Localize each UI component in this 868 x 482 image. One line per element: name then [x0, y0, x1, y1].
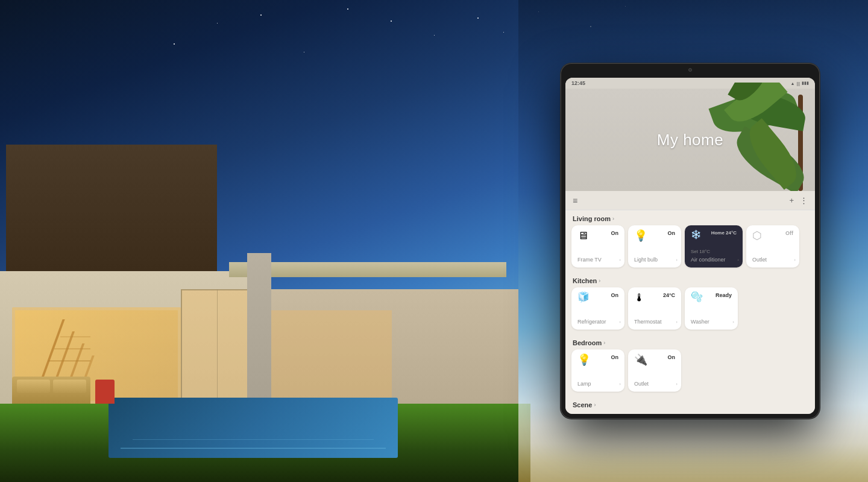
app-content[interactable]: Living room › 🖥 On Frame TV	[565, 210, 815, 414]
lightbulb-icon: 💡	[634, 230, 647, 241]
menu-icon[interactable]: ≡	[573, 196, 577, 205]
washer-name: Washer	[691, 319, 732, 325]
lightbulb-chevron-icon: ›	[676, 257, 678, 263]
room-chevron-living: ›	[612, 216, 614, 222]
fridge-name: Refrigerator	[577, 319, 618, 325]
app-title: My home	[657, 131, 723, 149]
device-card-outlet-bedroom[interactable]: 🔌 On Outlet ›	[628, 349, 681, 392]
tablet-frame: 12:45 ▲ ||| ▮▮▮ My	[561, 63, 820, 419]
thermostat-name: Thermostat	[634, 319, 675, 325]
bedroom-outlet-status: On	[668, 354, 676, 360]
more-button[interactable]: ⋮	[800, 196, 808, 205]
device-card-top: 🌡 24°C	[634, 292, 675, 303]
app-header: My home	[565, 89, 815, 191]
ac-status: Home 24°C	[711, 230, 737, 236]
ac-chevron-icon: ›	[737, 257, 739, 263]
bedroom-outlet-name: Outlet	[634, 381, 675, 387]
tablet-screen: 12:45 ▲ ||| ▮▮▮ My	[565, 78, 815, 414]
room-header-living[interactable]: Living room ›	[571, 210, 809, 225]
device-card-top: 🖥 On	[577, 230, 618, 241]
scene-label: Scene	[573, 401, 592, 408]
room-chevron-kitchen: ›	[599, 278, 600, 284]
tablet-container: 12:45 ▲ ||| ▮▮▮ My	[561, 63, 820, 419]
status-time: 12:45	[571, 80, 585, 86]
fridge-chevron-icon: ›	[619, 319, 621, 325]
device-card-top: 🧊 On	[577, 292, 618, 302]
washer-icon: 🫧	[691, 292, 703, 302]
device-card-top: 🫧 Ready	[691, 292, 732, 302]
thermostat-status: 24°C	[663, 292, 675, 298]
lamp-chevron-icon: ›	[619, 381, 621, 387]
outlet-icon: ⬡	[752, 230, 762, 241]
device-card-tv[interactable]: 🖥 On Frame TV ›	[571, 225, 624, 268]
room-chevron-bedroom: ›	[603, 340, 605, 346]
tv-status: On	[611, 230, 619, 236]
room-header-bedroom[interactable]: Bedroom ›	[571, 334, 809, 349]
lamp-name: Lamp	[577, 381, 618, 387]
device-card-ac[interactable]: ❄️ Home 24°C Set 18°C Air conditioner ›	[685, 225, 743, 268]
room-name-living: Living room	[573, 215, 611, 222]
washer-status: Ready	[715, 292, 732, 298]
room-name-bedroom: Bedroom	[573, 339, 602, 346]
living-devices-grid: 🖥 On Frame TV › 💡 On	[571, 225, 809, 268]
fridge-icon: 🧊	[577, 292, 590, 302]
outlet-name: Outlet	[752, 257, 793, 263]
bedroom-outlet-icon: 🔌	[634, 354, 647, 365]
toolbar-actions: + ⋮	[789, 196, 808, 205]
lightbulb-name: Light bulb	[634, 257, 675, 263]
device-card-fridge[interactable]: 🧊 On Refrigerator ›	[571, 287, 624, 330]
scene-icons-row: ☀️ Goodmorning 🌙 Goodnight ⭐ Party ▶	[571, 412, 809, 414]
outlet-chevron-icon: ›	[794, 257, 796, 263]
device-card-thermostat[interactable]: 🌡 24°C Thermostat ›	[628, 287, 681, 330]
add-button[interactable]: +	[789, 196, 794, 205]
device-card-top: ⬡ Off	[752, 230, 793, 241]
device-card-lightbulb[interactable]: 💡 On Light bulb ›	[628, 225, 681, 268]
room-section-kitchen: Kitchen › 🧊 On Refrigerator	[571, 272, 809, 330]
bedroom-devices-grid: 💡 On Lamp › 🔌 On	[571, 349, 809, 392]
kitchen-devices-grid: 🧊 On Refrigerator › 🌡	[571, 287, 809, 330]
tv-icon: 🖥	[577, 230, 588, 241]
lamp-status: On	[611, 354, 619, 360]
room-section-bedroom: Bedroom › 💡 On Lamp	[571, 334, 809, 392]
thermostat-chevron-icon: ›	[676, 319, 678, 325]
tv-name: Frame TV	[577, 257, 618, 263]
room-header-kitchen[interactable]: Kitchen ›	[571, 272, 809, 287]
device-card-top: 💡 On	[634, 230, 675, 241]
thermostat-icon: 🌡	[634, 292, 645, 303]
washer-chevron-icon: ›	[732, 319, 734, 325]
scene-header[interactable]: Scene ›	[571, 396, 809, 412]
device-card-top: ❄️ Home 24°C	[691, 230, 737, 239]
ac-detail: Set 18°C	[691, 249, 737, 254]
fridge-status: On	[611, 292, 619, 298]
room-section-living: Living room › 🖥 On Frame TV	[571, 210, 809, 268]
outlet-status: Off	[785, 230, 793, 236]
scene-chevron-icon: ›	[594, 402, 596, 408]
device-card-outlet-living[interactable]: ⬡ Off Outlet ›	[746, 225, 799, 268]
device-card-washer[interactable]: 🫧 Ready Washer ›	[685, 287, 738, 330]
ac-icon: ❄️	[691, 230, 701, 239]
tv-chevron-icon: ›	[619, 257, 621, 263]
ac-name: Air conditioner	[691, 257, 737, 263]
device-card-lamp[interactable]: 💡 On Lamp ›	[571, 349, 624, 392]
bedroom-outlet-chevron-icon: ›	[676, 381, 678, 387]
lamp-icon: 💡	[577, 354, 591, 365]
lightbulb-status: On	[668, 230, 676, 236]
device-card-top: 💡 On	[577, 354, 618, 365]
scene-section: Scene › ☀️ Goodmorning 🌙 Goodnight	[571, 396, 809, 414]
app-toolbar: ≡ + ⋮	[565, 191, 815, 210]
device-card-top: 🔌 On	[634, 354, 675, 365]
tablet-camera	[688, 68, 692, 72]
room-name-kitchen: Kitchen	[573, 277, 597, 284]
